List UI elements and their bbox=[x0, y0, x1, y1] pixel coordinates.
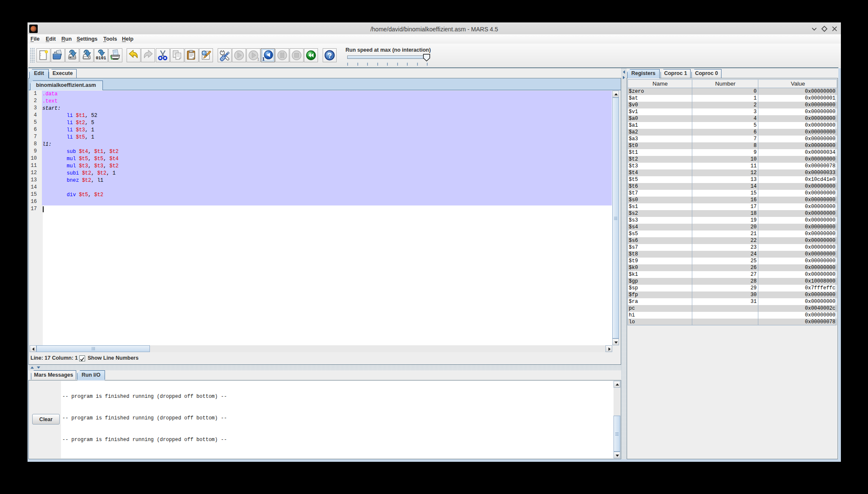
svg-text:0101: 0101 bbox=[96, 56, 106, 61]
svg-text:?: ? bbox=[327, 51, 332, 60]
svg-text:1: 1 bbox=[262, 56, 265, 61]
svg-text:1: 1 bbox=[257, 56, 260, 61]
